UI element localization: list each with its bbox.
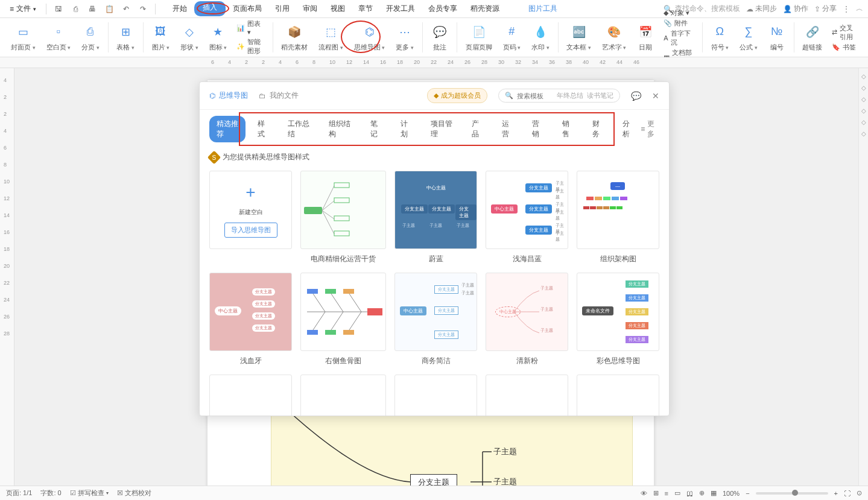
paste-icon[interactable]: 📋 <box>102 2 116 16</box>
menu-tab-开始[interactable]: 开始 <box>166 1 193 16</box>
menu-tab-稻壳资源[interactable]: 稻壳资源 <box>464 1 505 16</box>
file-menu[interactable]: ≡ 文件 ▾ <box>5 2 41 16</box>
unsync-button[interactable]: ☁未同步 <box>746 4 777 14</box>
separator <box>46 4 46 14</box>
ribbon-label: 符号 <box>711 43 729 52</box>
separator <box>794 22 794 52</box>
label: 附件 <box>674 19 688 28</box>
collapse-icon[interactable]: ︿ <box>856 4 863 14</box>
menu-tab-插入[interactable]: 插入 <box>194 1 226 16</box>
ribbon-label: 水印 <box>531 43 550 52</box>
ribbon-small-书签[interactable]: 🔖书签 <box>832 43 858 52</box>
ruler-tick: 26 <box>464 59 470 65</box>
ruler-tick: 16 <box>380 59 386 65</box>
ribbon-icon: ★ <box>209 24 226 40</box>
label: 图表 ▾ <box>247 19 265 36</box>
ribbon-icon: ∑ <box>740 24 757 40</box>
ribbon-水印[interactable]: 💧水印 <box>527 22 554 53</box>
ruler-horizontal: 6422468101214161820222426283032343638404… <box>0 57 868 68</box>
ribbon-icon: 📄 <box>470 24 487 40</box>
menu-tab-章节[interactable]: 章节 <box>352 1 379 16</box>
ruler-tick: 42 <box>600 59 606 65</box>
ribbon-编号[interactable]: №编号 <box>764 22 790 53</box>
share-label: 分享 <box>822 4 837 14</box>
print-icon[interactable]: 🖶 <box>85 2 100 16</box>
separator <box>702 22 703 52</box>
ribbon-small-附件[interactable]: 📎附件 <box>664 19 694 28</box>
ribbon-文本框[interactable]: 🔤文本框 <box>562 22 596 53</box>
ribbon-icon: ⎙ <box>82 24 99 40</box>
menu-bar: ≡ 文件 ▾ 🖫 ⎙ 🖶 📋 ↶ ↷ 开始插入页面布局引用审阅视图章节开发工具会… <box>0 0 868 18</box>
ribbon-艺术字[interactable]: 🎨艺术字 <box>597 22 632 53</box>
ribbon-small-智能图形[interactable]: ✨智能图形 <box>236 37 265 55</box>
ribbon-公式[interactable]: ∑公式 <box>735 22 762 53</box>
ruler-tick: 40 <box>583 59 589 65</box>
ribbon-icon: ▫ <box>50 24 67 40</box>
ribbon-icon: 🔗 <box>804 24 821 40</box>
ribbon-空白页[interactable]: ▫空白页 <box>42 22 76 53</box>
undo-icon[interactable]: ↶ <box>119 2 133 16</box>
ribbon-页眉页脚[interactable]: 📄页眉页脚 <box>461 22 497 53</box>
ribbon-label: 图标 <box>209 43 227 52</box>
ribbon-label: 稻壳素材 <box>281 43 308 52</box>
menu-tab-审阅[interactable]: 审阅 <box>297 1 323 16</box>
ribbon-超链接[interactable]: 🔗超链接 <box>797 22 827 53</box>
ribbon-icon: 🔤 <box>571 24 588 40</box>
ruler-tick: 8 <box>312 59 315 65</box>
ribbon-图片[interactable]: 🖼图片 <box>147 22 175 53</box>
label: 书签 <box>843 43 856 52</box>
menu-tab-引用[interactable]: 引用 <box>269 1 296 16</box>
ribbon-封面页[interactable]: ▭封面页 <box>6 22 40 53</box>
more-icon[interactable]: ⋮ <box>843 5 850 13</box>
ribbon-small-group: 📊图表 ▾✨智能图形 <box>233 18 269 57</box>
share-button[interactable]: ⇪分享 <box>814 4 837 14</box>
icon: 🔖 <box>832 43 840 51</box>
ribbon-批注[interactable]: 💬批注 <box>426 22 453 53</box>
ribbon-流程图[interactable]: ⬚流程图 <box>314 22 348 53</box>
ribbon-稻壳素材[interactable]: 📦稻壳素材 <box>276 22 312 53</box>
icon: 📊 <box>236 24 245 32</box>
ribbon-更多[interactable]: ⋯更多 <box>391 22 419 53</box>
ribbon-思维导图[interactable]: ⌬思维导图 <box>349 22 390 53</box>
menu-tab-页面布局[interactable]: 页面布局 <box>227 1 268 16</box>
separator <box>422 22 423 52</box>
ribbon-日期[interactable]: 📅日期 <box>632 22 659 53</box>
icon: ⇄ <box>832 28 837 36</box>
redo-icon[interactable]: ↷ <box>136 2 150 16</box>
ribbon-符号[interactable]: Ω符号 <box>706 22 734 53</box>
ruler-tick: 12 <box>346 59 352 65</box>
tool-tab[interactable]: 图片工具 <box>522 1 563 16</box>
menu-tab-开发工具[interactable]: 开发工具 <box>380 1 421 16</box>
ruler-tick: 20 <box>414 59 420 65</box>
ribbon-分页[interactable]: ⎙分页 <box>77 22 104 53</box>
ribbon-图标[interactable]: ★图标 <box>204 22 232 53</box>
label: 对象 ▾ <box>671 8 689 17</box>
ruler-tick: 6 <box>211 59 214 65</box>
ruler-tick: 24 <box>448 59 454 65</box>
separator <box>143 22 144 52</box>
ruler-tick: 18 <box>397 59 403 65</box>
ribbon-small-group: ⇄交叉引用🔖书签 <box>828 22 862 53</box>
ruler-tick: 28 <box>481 59 487 65</box>
ruler-tick: 2 <box>245 59 248 65</box>
ribbon-icon: 🎨 <box>606 24 622 40</box>
save-icon[interactable]: 🖫 <box>51 2 66 16</box>
ribbon-icon: Ω <box>711 24 728 40</box>
ribbon-small-交叉引用[interactable]: ⇄交叉引用 <box>832 24 858 42</box>
ribbon-形状[interactable]: ◇形状 <box>176 22 203 53</box>
ribbon-small-对象[interactable]: ◆对象 ▾ <box>664 8 694 17</box>
ribbon-icon: 💬 <box>431 24 448 40</box>
label: 首字下沉 <box>671 29 695 47</box>
ribbon-页码[interactable]: #页码 <box>498 22 526 53</box>
menu-tab-视图[interactable]: 视图 <box>325 1 351 16</box>
ribbon-表格[interactable]: ⊞表格 <box>112 22 139 53</box>
ribbon-small-首字下沉[interactable]: A首字下沉 <box>664 29 694 47</box>
ribbon-small-图表[interactable]: 📊图表 ▾ <box>236 19 265 36</box>
coop-button[interactable]: 👤协作 <box>783 4 808 14</box>
user-icon: 👤 <box>783 5 792 13</box>
menu-tab-会员专享[interactable]: 会员专享 <box>422 1 463 16</box>
print-preview-icon[interactable]: ⎙ <box>68 2 83 16</box>
ribbon-label: 表格 <box>116 43 135 52</box>
ribbon-icon: ⌬ <box>361 24 378 40</box>
ruler-tick: 32 <box>515 59 521 65</box>
